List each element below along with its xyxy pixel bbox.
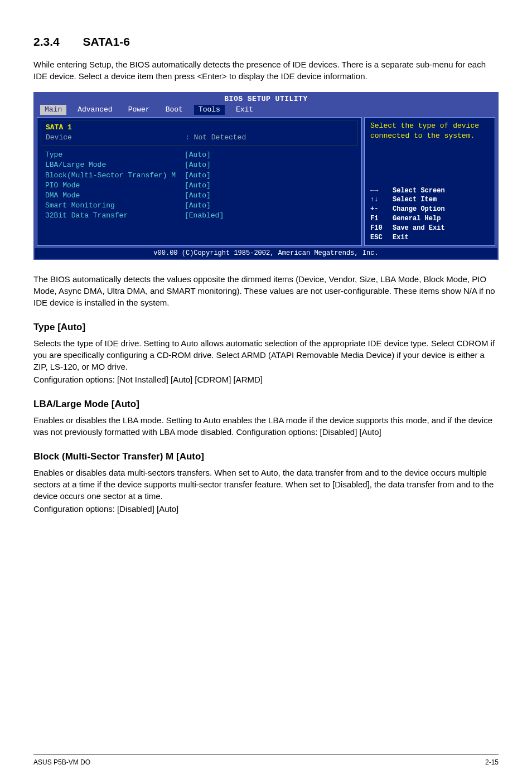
block-heading: Block (Multi-Sector Transfer) M [Auto] [33, 450, 499, 463]
bios-help-text: Select the type of device connected to t… [370, 121, 489, 141]
bios-item-label: Type [45, 150, 185, 160]
bios-item-row[interactable]: 32Bit Data Transfer [Enabled] [45, 211, 354, 221]
help-key-desc: Select Item [393, 195, 437, 205]
bios-item-label: PIO Mode [45, 181, 185, 191]
help-key-row: F1General Help [370, 214, 489, 224]
bios-item-row[interactable]: PIO Mode [Auto] [45, 181, 354, 191]
bios-device-row: Device : Not Detected [46, 133, 353, 143]
help-key-row: ESCExit [370, 233, 489, 243]
help-key: ←→ [370, 186, 393, 196]
help-key: F1 [370, 214, 393, 224]
bios-item-row[interactable]: Block(Multi-Sector Transfer) M [Auto] [45, 171, 354, 181]
help-key: ↑↓ [370, 195, 393, 205]
bios-item-value: [Auto] [185, 181, 252, 191]
help-key-desc: Select Screen [393, 186, 445, 196]
bios-item-row[interactable]: LBA/Large Mode [Auto] [45, 160, 354, 170]
block-body: Enables or disables data multi-sectors t… [33, 467, 499, 502]
bios-item-value: [Auto] [185, 201, 252, 211]
bios-device-box: SATA 1 Device : Not Detected [41, 120, 358, 146]
bios-item-value: [Auto] [185, 191, 252, 201]
tab-advanced[interactable]: Advanced [73, 105, 117, 115]
tab-main[interactable]: Main [40, 105, 66, 115]
bios-item-row[interactable]: DMA Mode [Auto] [45, 191, 354, 201]
bios-right-panel: Select the type of device connected to t… [364, 117, 495, 246]
help-key-desc: General Help [393, 214, 441, 224]
bios-left-panel: SATA 1 Device : Not Detected Type [Auto]… [37, 117, 362, 246]
bios-item-label: Smart Monitoring [45, 201, 185, 211]
bios-body: SATA 1 Device : Not Detected Type [Auto]… [35, 117, 497, 249]
bios-help-keys: ←→Select Screen ↑↓Select Item +-Change O… [370, 186, 489, 243]
help-key-row: +-Change Option [370, 205, 489, 214]
bios-item-row[interactable]: Smart Monitoring [Auto] [45, 201, 354, 211]
intro-paragraph: While entering Setup, the BIOS automatic… [33, 59, 499, 82]
bios-footer: v00.00 (C)Copyright 1985-2002, American … [35, 248, 497, 259]
bios-item-label: Block(Multi-Sector Transfer) M [45, 171, 185, 181]
type-body: Selects the type of IDE drive. Setting t… [33, 337, 499, 372]
lba-body: Enables or disables the LBA mode. Settin… [33, 414, 499, 438]
bios-device-label: Device [46, 133, 185, 143]
footer-right: 2-15 [485, 758, 499, 767]
bios-setup-utility: BIOS SETUP UTILITY Main Advanced Power B… [33, 92, 499, 260]
help-key-row: ←→Select Screen [370, 186, 489, 196]
bios-device-value: : Not Detected [185, 133, 246, 143]
help-key: +- [370, 205, 393, 214]
lba-heading: LBA/Large Mode [Auto] [33, 398, 499, 411]
bios-item-label: 32Bit Data Transfer [45, 211, 185, 221]
bios-item-value: [Auto] [185, 171, 252, 181]
help-key: F10 [370, 224, 393, 233]
bios-item-value: [Auto] [185, 150, 252, 160]
block-config: Configuration options: [Disabled] [Auto] [33, 503, 499, 515]
tab-power[interactable]: Power [124, 105, 154, 115]
bios-item-value: [Auto] [185, 160, 252, 170]
bios-items: Type [Auto] LBA/Large Mode [Auto] Block(… [41, 149, 358, 243]
help-key-desc: Save and Exit [393, 224, 445, 233]
tab-boot[interactable]: Boot [161, 105, 187, 115]
bios-sata-header: SATA 1 [46, 123, 353, 133]
type-heading: Type [Auto] [33, 321, 499, 334]
help-key-row: ↑↓Select Item [370, 195, 489, 205]
section-title: SATA1-6 [83, 35, 130, 48]
tab-tools[interactable]: Tools [194, 105, 225, 115]
bios-tab-bar: Main Advanced Power Boot Tools Exit [35, 105, 497, 117]
section-heading: 2.3.4 SATA1-6 [33, 33, 499, 50]
bios-title: BIOS SETUP UTILITY [35, 93, 497, 104]
footer-left: ASUS P5B-VM DO [33, 758, 90, 767]
tab-exit[interactable]: Exit [231, 105, 258, 115]
bios-item-value: [Enabled] [185, 211, 252, 221]
bios-item-label: DMA Mode [45, 191, 185, 201]
help-key-desc: Change Option [393, 205, 445, 214]
page-footer: ASUS P5B-VM DO 2-15 [33, 754, 499, 767]
post-bios-paragraph: The BIOS automatically detects the value… [33, 273, 499, 308]
help-key-desc: Exit [393, 233, 409, 243]
bios-item-label: LBA/Large Mode [45, 160, 185, 170]
section-number: 2.3.4 [33, 33, 60, 50]
type-config: Configuration options: [Not Installed] [… [33, 374, 499, 385]
help-key: ESC [370, 233, 393, 243]
help-key-row: F10Save and Exit [370, 224, 489, 233]
bios-item-row[interactable]: Type [Auto] [45, 150, 354, 160]
